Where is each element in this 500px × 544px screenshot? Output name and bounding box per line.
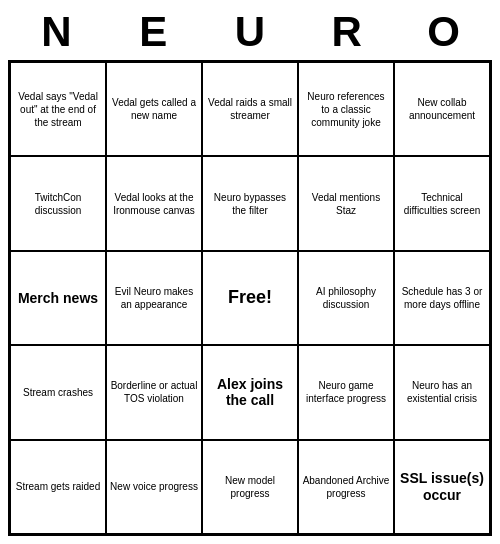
bingo-cell-0-4[interactable]: New collab announcement [394,62,490,156]
bingo-cell-3-4[interactable]: Neuro has an existential crisis [394,345,490,439]
bingo-cell-3-3[interactable]: Neuro game interface progress [298,345,394,439]
bingo-cell-2-4[interactable]: Schedule has 3 or more days offline [394,251,490,345]
bingo-cell-0-1[interactable]: Vedal gets called a new name [106,62,202,156]
bingo-cell-0-3[interactable]: Neuro references to a classic community … [298,62,394,156]
bingo-cell-2-1[interactable]: Evil Neuro makes an appearance [106,251,202,345]
title-letter-n: N [8,8,105,56]
bingo-cell-3-0[interactable]: Stream crashes [10,345,106,439]
bingo-cell-1-3[interactable]: Vedal mentions Staz [298,156,394,250]
title-letter-r: R [298,8,395,56]
bingo-cell-1-4[interactable]: Technical difficulties screen [394,156,490,250]
bingo-cell-4-1[interactable]: New voice progress [106,440,202,534]
bingo-grid: Vedal says "Vedal out" at the end of the… [8,60,492,536]
bingo-cell-0-0[interactable]: Vedal says "Vedal out" at the end of the… [10,62,106,156]
bingo-cell-2-0[interactable]: Merch news [10,251,106,345]
bingo-title: N E U R O [8,8,492,56]
bingo-cell-0-2[interactable]: Vedal raids a small streamer [202,62,298,156]
title-letter-o: O [395,8,492,56]
bingo-cell-4-0[interactable]: Stream gets raided [10,440,106,534]
bingo-cell-4-4[interactable]: SSL issue(s) occur [394,440,490,534]
bingo-cell-2-3[interactable]: AI philosophy discussion [298,251,394,345]
bingo-cell-2-2[interactable]: Free! [202,251,298,345]
bingo-cell-3-2[interactable]: Alex joins the call [202,345,298,439]
bingo-cell-1-2[interactable]: Neuro bypasses the filter [202,156,298,250]
bingo-cell-4-3[interactable]: Abandoned Archive progress [298,440,394,534]
bingo-cell-1-0[interactable]: TwitchCon discussion [10,156,106,250]
title-letter-u: U [202,8,299,56]
bingo-cell-4-2[interactable]: New model progress [202,440,298,534]
bingo-cell-3-1[interactable]: Borderline or actual TOS violation [106,345,202,439]
bingo-cell-1-1[interactable]: Vedal looks at the Ironmouse canvas [106,156,202,250]
title-letter-e: E [105,8,202,56]
